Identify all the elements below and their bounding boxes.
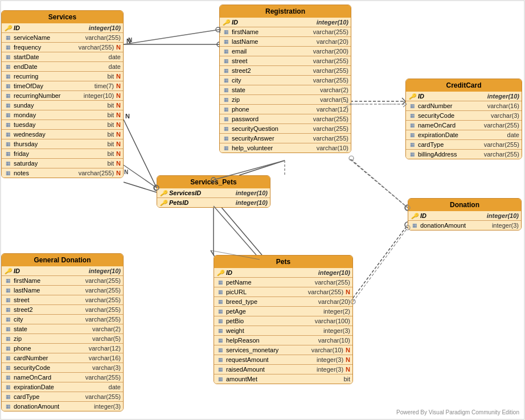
table-row: ▦ sunday bit N bbox=[2, 100, 123, 110]
col-icon: ▦ bbox=[4, 159, 12, 167]
col-icon: ▦ bbox=[4, 34, 12, 42]
table-row: ▦ lastName varchar(255) bbox=[2, 285, 123, 295]
svg-text:N: N bbox=[124, 169, 128, 175]
table-row: ▦ weight integer(3) bbox=[214, 326, 352, 335]
donation-table: Donation 🔑 ID integer(10) ▦ donationAmou… bbox=[408, 198, 522, 230]
col-icon: ▦ bbox=[216, 346, 224, 354]
col-icon: ▦ bbox=[216, 375, 224, 383]
table-row: ▦ raisedAmount integer(3) N bbox=[214, 364, 352, 374]
table-row: 🔑 ID integer(10) bbox=[2, 266, 123, 275]
table-row: ▦ recurringNumber integer(10) N bbox=[2, 90, 123, 100]
key-icon: 🔑 bbox=[159, 199, 167, 207]
general-donation-table: General Donation 🔑 ID integer(10) ▦ firs… bbox=[1, 253, 124, 411]
table-row: 🔑 ServicesID integer(10) bbox=[157, 188, 270, 197]
col-icon: ▦ bbox=[222, 144, 230, 152]
col-icon: ▦ bbox=[4, 344, 12, 352]
svg-line-35 bbox=[214, 206, 256, 255]
general-donation-title: General Donation bbox=[2, 254, 123, 266]
table-row: ▦ billingAddress varchar(255) bbox=[406, 149, 522, 159]
col-icon: ▦ bbox=[222, 47, 230, 55]
table-row: ▦ cardNumber varchar(16) bbox=[2, 353, 123, 363]
table-row: ▦ picURL varchar(255) N bbox=[214, 287, 352, 297]
table-row: ▦ donationAmount integer(3) bbox=[408, 220, 521, 230]
registration-table: Registration 🔑 ID integer(10) ▦ firstNam… bbox=[219, 5, 351, 153]
pets-table: Pets 🔑 ID integer(10) ▦ petName varchar(… bbox=[214, 255, 353, 384]
pets-title: Pets bbox=[214, 256, 352, 268]
table-row: ▦ expirationDate date bbox=[406, 130, 522, 139]
svg-line-15 bbox=[124, 182, 157, 192]
watermark: Powered By Visual Paradigm Community Edi… bbox=[396, 409, 519, 415]
col-icon: ▦ bbox=[216, 307, 224, 315]
table-row: ▦ donationAmount integer(3) bbox=[2, 401, 123, 411]
table-row: ▦ help_volunteer varchar(10) bbox=[220, 143, 351, 153]
col-icon: ▦ bbox=[4, 130, 12, 138]
table-row: 🔑 ID integer(10) bbox=[406, 92, 522, 101]
svg-line-16 bbox=[350, 225, 408, 302]
general-donation-body: 🔑 ID integer(10) ▦ firstName varchar(255… bbox=[2, 266, 123, 411]
col-icon: ▦ bbox=[216, 365, 224, 373]
key-icon: 🔑 bbox=[411, 212, 419, 220]
table-row: ▦ nameOnCard varchar(255) bbox=[406, 120, 522, 130]
table-row: ▦ saturday bit N bbox=[2, 158, 123, 168]
svg-text:N: N bbox=[125, 113, 130, 120]
col-icon: ▦ bbox=[408, 112, 416, 120]
col-icon: ▦ bbox=[4, 121, 12, 129]
table-row: ▦ state varchar(2) bbox=[2, 324, 123, 333]
col-icon: ▦ bbox=[222, 134, 230, 142]
svg-text:N: N bbox=[126, 38, 131, 44]
table-row: ▦ recurring bit N bbox=[2, 71, 123, 81]
col-icon: ▦ bbox=[4, 82, 12, 90]
svg-line-0 bbox=[124, 120, 157, 188]
col-icon: ▦ bbox=[216, 278, 224, 286]
table-row: ▦ street varchar(255) bbox=[2, 295, 123, 304]
table-row: ▦ securityCode varchar(3) bbox=[2, 363, 123, 372]
col-icon: ▦ bbox=[408, 121, 416, 129]
table-row: ▦ wednesday bit N bbox=[2, 129, 123, 139]
col-icon: ▦ bbox=[4, 325, 12, 333]
table-row: ▦ city varchar(255) bbox=[2, 314, 123, 324]
pets-body: 🔑 ID integer(10) ▦ petName varchar(255) … bbox=[214, 268, 352, 384]
table-row: ▦ phone varchar(12) bbox=[220, 104, 351, 114]
col-icon: ▦ bbox=[4, 296, 12, 304]
key-icon: 🔑 bbox=[216, 269, 224, 277]
col-icon: ▦ bbox=[4, 373, 12, 381]
services-pets-table: Services_Pets 🔑 ServicesID integer(10) 🔑… bbox=[157, 175, 270, 208]
col-icon: ▦ bbox=[216, 327, 224, 335]
col-icon: ▦ bbox=[216, 298, 224, 306]
services-pets-body: 🔑 ServicesID integer(10) 🔑 PetsID intege… bbox=[157, 188, 270, 207]
table-row: ▦ zip varchar(5) bbox=[220, 94, 351, 104]
registration-title: Registration bbox=[220, 5, 351, 18]
col-icon: ▦ bbox=[222, 76, 230, 84]
col-icon: ▦ bbox=[4, 150, 12, 158]
col-icon: ▦ bbox=[4, 140, 12, 148]
table-row: ▦ nameOnCard varchar(255) bbox=[2, 372, 123, 382]
col-icon: ▦ bbox=[4, 101, 12, 109]
col-icon: ▦ bbox=[216, 336, 224, 344]
svg-point-39 bbox=[349, 156, 354, 160]
table-row: 🔑 ID integer(10) bbox=[220, 18, 351, 27]
table-row: ▦ street2 varchar(255) bbox=[2, 304, 123, 314]
table-row: ▦ lastName varchar(20) bbox=[220, 36, 351, 46]
diagram-canvas: N N Services 🔑 ID bbox=[0, 0, 525, 420]
table-row: ▦ firstName varchar(255) bbox=[2, 275, 123, 285]
table-row: ▦ securityQuestion varchar(255) bbox=[220, 123, 351, 133]
col-icon: ▦ bbox=[4, 53, 12, 61]
col-icon: ▦ bbox=[4, 393, 12, 401]
key-icon: 🔑 bbox=[159, 189, 167, 197]
table-row: ▦ expirationDate date bbox=[2, 382, 123, 392]
col-icon: ▦ bbox=[222, 105, 230, 113]
col-icon: ▦ bbox=[216, 356, 224, 364]
col-icon: ▦ bbox=[4, 306, 12, 314]
table-row: ▦ endDate date bbox=[2, 61, 123, 71]
table-row: 🔑 ID integer(10) bbox=[214, 268, 352, 277]
col-icon: ▦ bbox=[222, 67, 230, 75]
registration-body: 🔑 ID integer(10) ▦ firstName varchar(255… bbox=[220, 18, 351, 153]
donation-title: Donation bbox=[408, 199, 521, 211]
table-row: ▦ petAge integer(2) bbox=[214, 306, 352, 316]
services-pets-title: Services_Pets bbox=[157, 176, 270, 188]
table-row: ▦ startDate date bbox=[2, 52, 123, 61]
col-icon: ▦ bbox=[222, 96, 230, 104]
col-icon: ▦ bbox=[408, 102, 416, 110]
col-icon: ▦ bbox=[411, 221, 419, 229]
table-row: ▦ petBio varchar(100) bbox=[214, 316, 352, 326]
